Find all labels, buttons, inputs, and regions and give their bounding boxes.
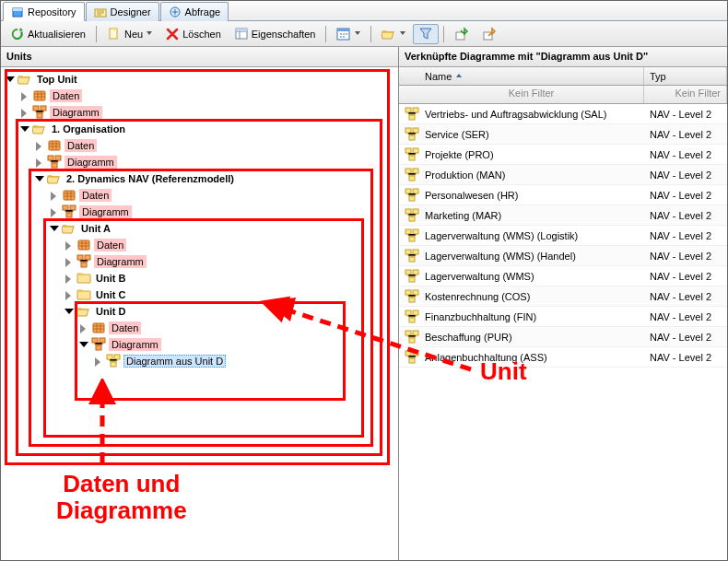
expand-icon[interactable]: [64, 240, 74, 251]
filter-row: Kein Filter Kein Filter: [399, 86, 727, 104]
tree-node-daten[interactable]: Daten: [49, 187, 398, 204]
collapse-icon[interactable]: [19, 124, 29, 134]
tab-label: Repository: [28, 6, 76, 18]
table-row[interactable]: Finanzbuchhaltung (FIN)NAV - Level 2: [399, 307, 727, 327]
table-row[interactable]: Personalwesen (HR)NAV - Level 2: [399, 185, 727, 205]
left-pane-title: Units: [1, 47, 398, 67]
collapse-icon[interactable]: [49, 224, 59, 234]
filter-button[interactable]: [413, 24, 439, 44]
expand-icon[interactable]: [19, 91, 29, 101]
column-header-typ[interactable]: Typ: [644, 67, 727, 85]
new-button[interactable]: Neu: [101, 24, 158, 44]
main-split: Units Top Unit Daten: [1, 47, 727, 560]
tree-node-daten[interactable]: Daten: [34, 137, 398, 154]
tree-node-unit-d[interactable]: Unit D: [64, 303, 398, 320]
expand-icon[interactable]: [93, 356, 103, 367]
open-folder-button[interactable]: [376, 24, 411, 44]
table-row[interactable]: Marketing (MAR)NAV - Level 2: [399, 205, 727, 226]
table-row[interactable]: Service (SER)NAV - Level 2: [399, 124, 727, 145]
expand-icon[interactable]: [78, 323, 88, 333]
table-row[interactable]: Projekte (PRO)NAV - Level 2: [399, 145, 727, 165]
cell-name: Produktion (MAN): [425, 169, 505, 181]
tab-repository[interactable]: Repository: [3, 2, 85, 21]
table-row[interactable]: Produktion (MAN)NAV - Level 2: [399, 165, 727, 185]
toolbar-separator: [325, 26, 326, 42]
expand-icon[interactable]: [19, 108, 29, 118]
cell-name: Beschaffung (PUR): [425, 332, 512, 343]
diagram-icon: [62, 205, 76, 219]
filter-name[interactable]: Kein Filter: [399, 86, 644, 103]
tree-node-diagramm[interactable]: Diagramm: [78, 336, 398, 353]
properties-button[interactable]: Eigenschaften: [229, 24, 322, 44]
button-label: Neu: [124, 29, 143, 40]
collapse-icon[interactable]: [34, 174, 44, 184]
cell-typ: NAV - Level 2: [650, 169, 711, 181]
expand-icon[interactable]: [34, 141, 44, 151]
tree-node-diagram-unit-d[interactable]: Diagramm aus Unit D: [93, 353, 398, 369]
dropdown-icon: [354, 30, 360, 37]
cell-typ: NAV - Level 2: [650, 251, 711, 262]
table-row[interactable]: Lagerverwaltung (WMS) (Logistik)NAV - Le…: [399, 226, 727, 246]
sort-asc-icon: [455, 73, 463, 80]
tree-node-top-unit[interactable]: Top Unit: [5, 71, 398, 88]
units-tree: Top Unit Daten Diagramm: [5, 71, 398, 369]
tree-node-diagramm[interactable]: Diagramm: [19, 104, 398, 121]
tree-node-diagramm[interactable]: Diagramm: [49, 204, 398, 220]
column-label: Typ: [650, 71, 666, 82]
table-row[interactable]: Anlagenbuchhaltung (ASS)NAV - Level 2: [399, 347, 727, 368]
delete-button[interactable]: Löschen: [159, 24, 227, 44]
tree-node-daten[interactable]: Daten: [78, 320, 398, 336]
node-label: Daten: [50, 89, 82, 102]
expand-icon[interactable]: [64, 290, 74, 300]
data-icon: [62, 188, 76, 203]
tab-label: Designer: [111, 6, 151, 18]
node-label: Diagramm: [109, 338, 161, 351]
export-icon: [482, 27, 497, 41]
tree-node-unit-c[interactable]: Unit C: [64, 286, 398, 303]
diagram-icon: [405, 208, 419, 223]
filter-typ[interactable]: Kein Filter: [644, 86, 727, 103]
node-label: Diagramm aus Unit D: [123, 355, 226, 368]
expand-icon[interactable]: [49, 191, 59, 201]
cell-typ: NAV - Level 2: [650, 271, 711, 282]
new-icon: [107, 27, 122, 41]
refresh-button[interactable]: Aktualisieren: [5, 24, 91, 44]
node-label: Daten: [94, 239, 126, 251]
grid-body[interactable]: Vertriebs- und Auftragsabwicklung (SAL)N…: [399, 104, 727, 560]
collapse-icon[interactable]: [5, 75, 15, 85]
collapse-icon[interactable]: [78, 340, 88, 350]
tree-node-diagramm[interactable]: Diagramm: [64, 253, 398, 270]
diagram-icon: [405, 188, 419, 203]
tab-designer[interactable]: Designer: [86, 2, 159, 21]
tree-node-organisation[interactable]: 1. Organisation: [19, 121, 398, 137]
tree-node-unit-b[interactable]: Unit B: [64, 270, 398, 286]
expand-icon[interactable]: [64, 257, 74, 267]
tab-abfrage[interactable]: Abfrage: [160, 2, 229, 21]
import-button[interactable]: [449, 24, 475, 44]
tree-body[interactable]: Top Unit Daten Diagramm: [1, 67, 398, 560]
table-row[interactable]: Lagerverwaltung (WMS)NAV - Level 2: [399, 266, 727, 286]
node-label: Daten: [109, 321, 141, 334]
column-header-name[interactable]: Name: [399, 67, 644, 85]
expand-icon[interactable]: [49, 207, 59, 217]
collapse-icon[interactable]: [64, 307, 74, 317]
expand-icon[interactable]: [34, 158, 44, 168]
tree-node-daten[interactable]: Daten: [64, 237, 398, 253]
repository-icon: [11, 6, 24, 18]
tree-node-dynamics-nav[interactable]: 2. Dynamics NAV (Referenzmodell): [34, 170, 398, 187]
expand-icon[interactable]: [64, 274, 74, 284]
calendar-button[interactable]: [331, 24, 366, 44]
table-row[interactable]: Kostenrechnung (COS)NAV - Level 2: [399, 286, 727, 307]
data-icon: [76, 238, 91, 252]
folder-open-icon: [18, 72, 32, 87]
node-label: Daten: [79, 189, 112, 202]
table-row[interactable]: Beschaffung (PUR)NAV - Level 2: [399, 327, 727, 347]
tree-node-diagramm[interactable]: Diagramm: [34, 154, 398, 170]
tree-node-unit-a[interactable]: Unit A: [49, 220, 398, 237]
table-row[interactable]: Vertriebs- und Auftragsabwicklung (SAL)N…: [399, 104, 727, 124]
diagram-icon: [405, 107, 419, 122]
tree-node-daten[interactable]: Daten: [19, 88, 398, 104]
node-label: Unit B: [94, 272, 127, 285]
export-button[interactable]: [476, 24, 502, 44]
table-row[interactable]: Lagerverwaltung (WMS) (Handel)NAV - Leve…: [399, 246, 727, 266]
